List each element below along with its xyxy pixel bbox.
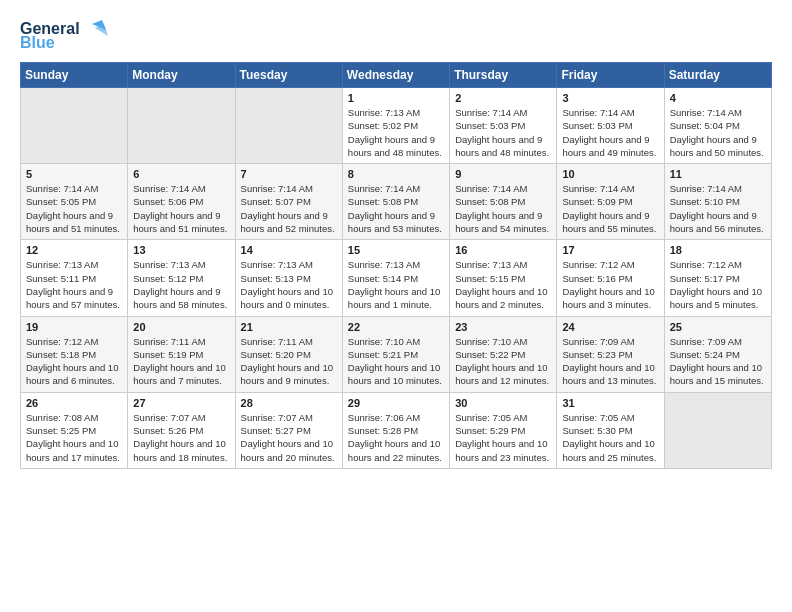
day-cell: 13 Sunrise: 7:13 AM Sunset: 5:12 PM Dayl… — [128, 240, 235, 316]
day-number: 24 — [562, 321, 658, 333]
day-number: 4 — [670, 92, 766, 104]
day-cell: 2 Sunrise: 7:14 AM Sunset: 5:03 PM Dayli… — [450, 88, 557, 164]
day-number: 28 — [241, 397, 337, 409]
day-info: Sunrise: 7:14 AM Sunset: 5:08 PM Dayligh… — [348, 182, 444, 235]
day-number: 22 — [348, 321, 444, 333]
day-number: 21 — [241, 321, 337, 333]
day-cell: 26 Sunrise: 7:08 AM Sunset: 5:25 PM Dayl… — [21, 392, 128, 468]
day-cell: 14 Sunrise: 7:13 AM Sunset: 5:13 PM Dayl… — [235, 240, 342, 316]
day-cell — [128, 88, 235, 164]
day-number: 23 — [455, 321, 551, 333]
day-info: Sunrise: 7:07 AM Sunset: 5:26 PM Dayligh… — [133, 411, 229, 464]
day-number: 2 — [455, 92, 551, 104]
day-number: 11 — [670, 168, 766, 180]
day-number: 7 — [241, 168, 337, 180]
day-info: Sunrise: 7:07 AM Sunset: 5:27 PM Dayligh… — [241, 411, 337, 464]
weekday-header-sunday: Sunday — [21, 63, 128, 88]
day-cell: 11 Sunrise: 7:14 AM Sunset: 5:10 PM Dayl… — [664, 164, 771, 240]
day-number: 5 — [26, 168, 122, 180]
day-cell: 12 Sunrise: 7:13 AM Sunset: 5:11 PM Dayl… — [21, 240, 128, 316]
day-cell: 24 Sunrise: 7:09 AM Sunset: 5:23 PM Dayl… — [557, 316, 664, 392]
day-info: Sunrise: 7:14 AM Sunset: 5:04 PM Dayligh… — [670, 106, 766, 159]
day-info: Sunrise: 7:09 AM Sunset: 5:23 PM Dayligh… — [562, 335, 658, 388]
day-cell: 18 Sunrise: 7:12 AM Sunset: 5:17 PM Dayl… — [664, 240, 771, 316]
day-info: Sunrise: 7:14 AM Sunset: 5:10 PM Dayligh… — [670, 182, 766, 235]
weekday-header-row: SundayMondayTuesdayWednesdayThursdayFrid… — [21, 63, 772, 88]
week-row-4: 19 Sunrise: 7:12 AM Sunset: 5:18 PM Dayl… — [21, 316, 772, 392]
day-cell: 5 Sunrise: 7:14 AM Sunset: 5:05 PM Dayli… — [21, 164, 128, 240]
day-cell: 6 Sunrise: 7:14 AM Sunset: 5:06 PM Dayli… — [128, 164, 235, 240]
logo-icon: General Blue — [20, 16, 110, 52]
day-info: Sunrise: 7:09 AM Sunset: 5:24 PM Dayligh… — [670, 335, 766, 388]
day-cell: 19 Sunrise: 7:12 AM Sunset: 5:18 PM Dayl… — [21, 316, 128, 392]
weekday-header-monday: Monday — [128, 63, 235, 88]
svg-text:Blue: Blue — [20, 34, 55, 51]
day-number: 25 — [670, 321, 766, 333]
day-info: Sunrise: 7:14 AM Sunset: 5:06 PM Dayligh… — [133, 182, 229, 235]
day-number: 20 — [133, 321, 229, 333]
day-number: 19 — [26, 321, 122, 333]
day-number: 17 — [562, 244, 658, 256]
weekday-header-wednesday: Wednesday — [342, 63, 449, 88]
day-number: 6 — [133, 168, 229, 180]
day-info: Sunrise: 7:13 AM Sunset: 5:14 PM Dayligh… — [348, 258, 444, 311]
weekday-header-saturday: Saturday — [664, 63, 771, 88]
weekday-header-thursday: Thursday — [450, 63, 557, 88]
day-cell: 17 Sunrise: 7:12 AM Sunset: 5:16 PM Dayl… — [557, 240, 664, 316]
day-cell: 27 Sunrise: 7:07 AM Sunset: 5:26 PM Dayl… — [128, 392, 235, 468]
day-info: Sunrise: 7:05 AM Sunset: 5:30 PM Dayligh… — [562, 411, 658, 464]
day-cell: 28 Sunrise: 7:07 AM Sunset: 5:27 PM Dayl… — [235, 392, 342, 468]
day-info: Sunrise: 7:13 AM Sunset: 5:02 PM Dayligh… — [348, 106, 444, 159]
day-info: Sunrise: 7:11 AM Sunset: 5:20 PM Dayligh… — [241, 335, 337, 388]
day-number: 18 — [670, 244, 766, 256]
day-info: Sunrise: 7:14 AM Sunset: 5:05 PM Dayligh… — [26, 182, 122, 235]
day-cell: 22 Sunrise: 7:10 AM Sunset: 5:21 PM Dayl… — [342, 316, 449, 392]
day-cell: 9 Sunrise: 7:14 AM Sunset: 5:08 PM Dayli… — [450, 164, 557, 240]
day-cell: 29 Sunrise: 7:06 AM Sunset: 5:28 PM Dayl… — [342, 392, 449, 468]
day-info: Sunrise: 7:12 AM Sunset: 5:16 PM Dayligh… — [562, 258, 658, 311]
day-number: 31 — [562, 397, 658, 409]
day-info: Sunrise: 7:14 AM Sunset: 5:03 PM Dayligh… — [562, 106, 658, 159]
page: General Blue SundayMondayTuesdayWednesda… — [0, 0, 792, 485]
day-cell: 23 Sunrise: 7:10 AM Sunset: 5:22 PM Dayl… — [450, 316, 557, 392]
day-cell: 10 Sunrise: 7:14 AM Sunset: 5:09 PM Dayl… — [557, 164, 664, 240]
calendar: SundayMondayTuesdayWednesdayThursdayFrid… — [20, 62, 772, 469]
day-info: Sunrise: 7:14 AM Sunset: 5:09 PM Dayligh… — [562, 182, 658, 235]
week-row-2: 5 Sunrise: 7:14 AM Sunset: 5:05 PM Dayli… — [21, 164, 772, 240]
day-cell — [664, 392, 771, 468]
day-cell: 1 Sunrise: 7:13 AM Sunset: 5:02 PM Dayli… — [342, 88, 449, 164]
day-cell: 21 Sunrise: 7:11 AM Sunset: 5:20 PM Dayl… — [235, 316, 342, 392]
day-info: Sunrise: 7:05 AM Sunset: 5:29 PM Dayligh… — [455, 411, 551, 464]
day-number: 8 — [348, 168, 444, 180]
day-info: Sunrise: 7:10 AM Sunset: 5:21 PM Dayligh… — [348, 335, 444, 388]
day-cell: 31 Sunrise: 7:05 AM Sunset: 5:30 PM Dayl… — [557, 392, 664, 468]
day-cell: 20 Sunrise: 7:11 AM Sunset: 5:19 PM Dayl… — [128, 316, 235, 392]
day-info: Sunrise: 7:14 AM Sunset: 5:03 PM Dayligh… — [455, 106, 551, 159]
weekday-header-tuesday: Tuesday — [235, 63, 342, 88]
week-row-1: 1 Sunrise: 7:13 AM Sunset: 5:02 PM Dayli… — [21, 88, 772, 164]
header: General Blue — [20, 16, 772, 52]
day-info: Sunrise: 7:13 AM Sunset: 5:15 PM Dayligh… — [455, 258, 551, 311]
day-info: Sunrise: 7:13 AM Sunset: 5:13 PM Dayligh… — [241, 258, 337, 311]
day-number: 26 — [26, 397, 122, 409]
day-number: 12 — [26, 244, 122, 256]
day-number: 16 — [455, 244, 551, 256]
day-info: Sunrise: 7:08 AM Sunset: 5:25 PM Dayligh… — [26, 411, 122, 464]
day-cell: 7 Sunrise: 7:14 AM Sunset: 5:07 PM Dayli… — [235, 164, 342, 240]
day-number: 1 — [348, 92, 444, 104]
day-number: 14 — [241, 244, 337, 256]
day-info: Sunrise: 7:13 AM Sunset: 5:11 PM Dayligh… — [26, 258, 122, 311]
day-number: 30 — [455, 397, 551, 409]
day-info: Sunrise: 7:06 AM Sunset: 5:28 PM Dayligh… — [348, 411, 444, 464]
day-number: 15 — [348, 244, 444, 256]
week-row-5: 26 Sunrise: 7:08 AM Sunset: 5:25 PM Dayl… — [21, 392, 772, 468]
day-cell: 15 Sunrise: 7:13 AM Sunset: 5:14 PM Dayl… — [342, 240, 449, 316]
day-info: Sunrise: 7:14 AM Sunset: 5:07 PM Dayligh… — [241, 182, 337, 235]
weekday-header-friday: Friday — [557, 63, 664, 88]
day-info: Sunrise: 7:13 AM Sunset: 5:12 PM Dayligh… — [133, 258, 229, 311]
day-cell — [235, 88, 342, 164]
day-number: 27 — [133, 397, 229, 409]
day-cell: 30 Sunrise: 7:05 AM Sunset: 5:29 PM Dayl… — [450, 392, 557, 468]
day-number: 10 — [562, 168, 658, 180]
day-info: Sunrise: 7:11 AM Sunset: 5:19 PM Dayligh… — [133, 335, 229, 388]
